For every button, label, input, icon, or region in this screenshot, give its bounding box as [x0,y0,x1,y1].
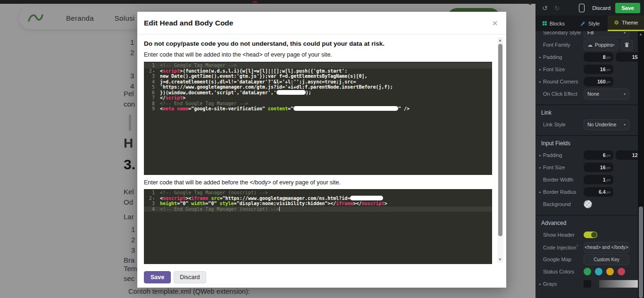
builder-discard-button[interactable]: Discard [592,5,611,11]
code-line: 9<meta name="google-site-verification" c… [144,106,492,112]
code-token: ="0" [177,201,191,206]
expand-arrow-icon[interactable]: ▸ [539,153,543,157]
dialog-scrollbar[interactable]: ▲ ▼ [497,37,503,263]
setting-label: Padding [543,152,584,158]
number-input-padding[interactable]: 6px [584,150,613,160]
code-token: ="https://www.googletagmanager.com/ns.ht… [219,196,350,201]
select-secondary-style[interactable]: Fill▾ [584,31,629,38]
edit-head-body-dialog: Edit Head and Body Code × Do not copy/pa… [137,12,506,288]
line-number: 8 [144,101,158,107]
trash-icon[interactable] [621,40,633,50]
sidebar-scrollbar[interactable]: ▲ [638,31,644,298]
tab-style[interactable]: Style [572,16,608,31]
input-unit: px [607,178,611,182]
number-input-font-size[interactable]: 16px [584,65,613,74]
redo-icon[interactable]: ↻ [554,4,560,12]
line-number: 2▾ [144,68,158,74]
status-color-swatch[interactable] [584,268,591,275]
setting-row-google-map: Google MapCustom Key [535,253,638,265]
scroll-up-icon[interactable]: ▲ [639,32,643,36]
section-header-advanced: Advanced [535,215,638,229]
code-line: 4j=d.createElement(s),dl=l!='dataLayer'?… [144,79,492,85]
code-line: 3new Date().getTime(),event:'gtm.js'});v… [144,74,492,79]
code-text: new Date().getTime(),event:'gtm.js'});va… [158,74,368,79]
status-color-swatch[interactable] [606,268,614,275]
button-code-injection[interactable]: <head> and </body> [584,242,629,253]
select-font-family[interactable]: ☁Poppins▾ [584,40,619,50]
select-on-click-effect[interactable]: None▾ [584,89,629,99]
code-token: =" [288,106,293,111]
setting-row-border-radius: ▸Border Radius6.4px [535,186,638,198]
code-token: name [177,106,188,111]
code-token: ); [306,90,311,95]
expand-arrow-icon[interactable]: ▸ [539,80,543,84]
setting-label: On Click Effect [543,91,584,97]
input-value: 12 [632,152,638,158]
fold-icon[interactable]: ▾ [153,70,155,74]
scroll-down-icon[interactable]: ▼ [498,257,502,262]
setting-label: Status Colors [543,269,584,274]
mobile-preview-icon[interactable] [579,4,585,12]
code-token: ="google-site-verification" [188,106,268,111]
fold-icon[interactable]: ▾ [153,197,155,201]
scrollbar-thumb[interactable] [498,44,502,236]
code-text: <noscript><iframe src="https://www.googl… [158,196,383,201]
expand-arrow-icon[interactable]: ▸ [539,55,543,59]
body-code-label: Enter code that will be added before the… [144,179,506,186]
setting-row-grays: ▸Grays [535,278,638,290]
chevron-down-icon: ▾ [624,123,626,127]
code-token: > [385,201,387,206]
line-number: 4 [144,207,158,212]
scrollbar-thumb[interactable] [639,207,643,298]
setting-row-show-header: Show Header [535,229,638,241]
gray-swatch-dark[interactable] [584,280,591,288]
color-swatch-background[interactable] [584,200,592,208]
number-input-round-corners[interactable]: 160px [584,77,613,86]
code-token: script [163,68,180,74]
select-value: None [587,91,624,97]
number-input-border-width[interactable]: 1px [584,175,613,184]
code-text: <script>(function(w,d,s,l,i){w[l]=w[l]||… [158,68,347,74]
number-input-padding[interactable]: 15px [616,52,638,62]
tab-theme[interactable]: ⚙ Theme [608,16,644,31]
button-google-map[interactable]: Custom Key [584,254,629,265]
chevron-down-icon: ▾ [624,31,626,35]
tab-blocks[interactable]: Blocks [535,16,572,31]
undo-icon[interactable]: ↺ [542,4,548,12]
text-cursor [279,207,280,211]
code-token: j=d.createElement(s),dl=l!='dataLayer'?'… [160,79,356,84]
code-line: 8<!-- End Google Tag Manager --> [144,101,492,107]
code-token: meta [163,106,174,111]
gray-gradient-strip[interactable] [599,280,638,288]
redaction-blob [350,196,383,200]
gear-icon: ⚙ [614,20,619,25]
expand-arrow-icon[interactable]: ▸ [539,166,543,170]
chevron-down-icon: ▾ [613,43,615,47]
setting-label: Font Family [543,42,584,48]
close-icon[interactable]: × [492,18,498,28]
toggle-show-header[interactable] [584,232,597,238]
expand-arrow-icon[interactable]: ▸ [539,190,543,194]
number-input-padding[interactable]: 8px [584,52,613,62]
dialog-actions: Save Discard [144,271,506,283]
scroll-up-icon[interactable]: ▲ [498,38,502,42]
number-input-border-radius[interactable]: 6.4px [584,187,613,197]
save-button[interactable]: Save [144,271,171,283]
number-input-font-size[interactable]: 16px [584,163,613,172]
expand-arrow-icon[interactable]: ▸ [539,282,543,286]
code-text: height="0" width="0" style="display:none… [158,201,387,207]
expand-arrow-icon[interactable]: ▸ [539,67,543,72]
body-code-editor[interactable]: 1<!-- Google Tag Manager (noscript) -->2… [144,189,492,264]
code-token: > [183,95,185,100]
builder-save-button[interactable]: Save [615,3,640,13]
head-code-editor[interactable]: 1<!-- Google Tag Manager -->2▾<script>(f… [144,62,492,175]
select-link-style[interactable]: No Underline▾ [584,119,629,130]
code-token: </ [160,95,166,100]
input-value: 160 [597,79,606,84]
number-input-padding[interactable]: 12px [616,150,638,160]
code-token: >< [185,196,191,201]
status-color-swatch[interactable] [618,268,625,275]
status-color-swatch[interactable] [595,268,602,275]
head-code-label: Enter code that will be added into the <… [144,51,506,58]
discard-button[interactable]: Discard [174,271,206,283]
